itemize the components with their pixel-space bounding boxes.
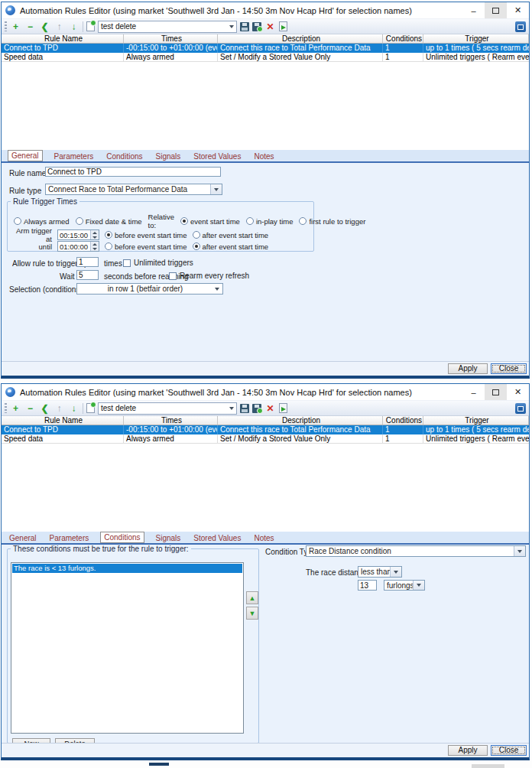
delete-ruleset-icon[interactable]: ✕: [264, 21, 276, 32]
trigger-count-input[interactable]: [76, 257, 99, 267]
radio-after-event-2[interactable]: after event start time: [193, 242, 269, 251]
branch-icon[interactable]: ❮: [39, 21, 50, 32]
tab-signals[interactable]: Signals: [154, 151, 183, 161]
move-condition-down-button[interactable]: ▼: [246, 607, 258, 620]
tab-stored-values[interactable]: Stored Values: [192, 533, 242, 543]
column-header[interactable]: Conditions: [383, 34, 423, 43]
condition-list-item[interactable]: The race is < 13 furlongs.: [12, 564, 242, 573]
remove-rule-icon[interactable]: −: [24, 402, 36, 414]
column-header[interactable]: Conditions: [383, 416, 423, 425]
rules-table: Rule Name Times Description Conditions T…: [2, 34, 529, 62]
export-icon[interactable]: [279, 21, 287, 31]
toolbar-overflow-button[interactable]: [515, 403, 526, 414]
unlimited-triggers-checkbox[interactable]: Unlimited triggers: [123, 259, 193, 267]
tab-parameters[interactable]: Parameters: [48, 533, 91, 543]
delete-ruleset-icon[interactable]: ✕: [264, 402, 276, 414]
column-header[interactable]: Times: [124, 34, 218, 43]
ruleset-combobox[interactable]: test delete: [98, 21, 237, 33]
spinner-arrows-icon[interactable]: [90, 242, 99, 251]
conditions-listbox[interactable]: The race is < 13 furlongs.: [11, 562, 244, 734]
selection-select[interactable]: in row 1 (betfair order): [76, 283, 223, 295]
until-time-spinner[interactable]: 01:00:00: [57, 241, 99, 252]
radio-in-play-time[interactable]: in-play time: [246, 217, 294, 226]
titlebar[interactable]: Automation Rules Editor (using market 'S…: [2, 384, 529, 400]
table-header-row: Rule Name Times Description Conditions T…: [2, 34, 529, 44]
add-rule-icon[interactable]: +: [10, 21, 21, 32]
minimize-button[interactable]: –: [462, 384, 485, 400]
rule-type-select[interactable]: Connect Race to Total Performance Data: [45, 184, 222, 195]
table-row[interactable]: Speed data Always armed Set / Modify a S…: [2, 434, 529, 444]
tab-notes[interactable]: Notes: [252, 533, 275, 543]
apply-button[interactable]: Apply: [448, 745, 488, 756]
ruleset-combobox[interactable]: test delete: [98, 402, 237, 415]
toolbar-grip[interactable]: [5, 21, 7, 31]
wait-seconds-input[interactable]: [76, 270, 99, 280]
tab-stored-values[interactable]: Stored Values: [192, 151, 242, 161]
rule-name-input[interactable]: [45, 167, 221, 177]
distance-unit-select[interactable]: furlongs: [384, 580, 425, 591]
radio-event-start-time[interactable]: event start time: [180, 217, 240, 226]
column-header[interactable]: Rule Name: [2, 416, 124, 425]
arm-time-spinner[interactable]: 00:15:00: [57, 229, 99, 240]
table-row[interactable]: Connect to TPD -00:15:00 to +01:00:00 (e…: [2, 44, 529, 53]
save-as-icon[interactable]: [252, 404, 261, 413]
radio-first-rule[interactable]: first rule to trigger: [299, 217, 365, 226]
close-icon: ✕: [514, 5, 521, 15]
condition-type-select[interactable]: Race Distance condition: [306, 545, 526, 557]
table-header-row: Rule Name Times Description Conditions T…: [2, 416, 529, 425]
toolbar-overflow-button[interactable]: [515, 21, 526, 32]
column-header[interactable]: Trigger: [423, 34, 529, 43]
tab-parameters[interactable]: Parameters: [53, 151, 96, 161]
close-button[interactable]: Close: [491, 745, 527, 756]
save-icon[interactable]: [240, 22, 249, 31]
column-header[interactable]: Rule Name: [2, 34, 124, 43]
apply-button[interactable]: Apply: [448, 363, 488, 374]
move-down-icon[interactable]: ↓: [68, 21, 79, 32]
new-file-icon[interactable]: [86, 403, 95, 413]
app-icon: [5, 387, 15, 397]
column-header[interactable]: Trigger: [423, 416, 529, 425]
close-button[interactable]: ✕: [507, 2, 529, 18]
tab-bar: General Parameters Conditions Signals St…: [2, 532, 529, 543]
add-rule-icon[interactable]: +: [10, 402, 21, 414]
radio-before-event-2[interactable]: before event start time: [105, 242, 187, 251]
radio-always-armed[interactable]: Always armed: [14, 217, 70, 226]
table-row[interactable]: Speed data Always armed Set / Modify a S…: [2, 53, 529, 62]
tab-general[interactable]: General: [8, 150, 43, 161]
tab-general[interactable]: General: [8, 533, 38, 543]
distance-value-input[interactable]: [358, 580, 377, 591]
radio-fixed-date-time[interactable]: Fixed date & time: [76, 217, 142, 226]
tab-notes[interactable]: Notes: [252, 151, 275, 161]
close-button[interactable]: Close: [491, 363, 527, 374]
table-row[interactable]: Connect to TPD -00:15:00 to +01:00:00 (e…: [2, 425, 529, 434]
tab-signals[interactable]: Signals: [154, 533, 183, 543]
radio-before-event-1[interactable]: before event start time: [105, 231, 187, 239]
radio-after-event-1[interactable]: after event start time: [193, 231, 269, 239]
close-button[interactable]: ✕: [507, 384, 529, 400]
minimize-button[interactable]: –: [462, 2, 485, 18]
column-header[interactable]: Description: [218, 416, 383, 425]
save-as-icon[interactable]: [252, 22, 261, 31]
column-header[interactable]: Times: [124, 416, 218, 425]
tab-conditions[interactable]: Conditions: [100, 532, 144, 543]
branch-icon[interactable]: ❮: [39, 402, 50, 414]
tab-conditions[interactable]: Conditions: [105, 151, 144, 161]
move-up-icon[interactable]: ↑: [54, 21, 65, 32]
toolbar-grip[interactable]: [5, 403, 7, 413]
maximize-button[interactable]: [485, 2, 507, 18]
comparator-select[interactable]: less than: [358, 566, 402, 578]
rearm-refresh-checkbox[interactable]: Rearm every refresh: [169, 272, 249, 280]
move-condition-up-button[interactable]: ▲: [246, 591, 258, 604]
new-file-icon[interactable]: [86, 21, 95, 31]
titlebar[interactable]: Automation Rules Editor (using market 'S…: [2, 2, 529, 18]
move-up-icon[interactable]: ↑: [54, 402, 65, 414]
move-down-icon[interactable]: ↓: [68, 402, 79, 414]
rule-trigger-times-group: Rule Trigger Times Always armed Fixed da…: [7, 197, 314, 252]
column-header[interactable]: Description: [218, 34, 383, 43]
save-icon[interactable]: [240, 404, 249, 413]
remove-rule-icon[interactable]: −: [24, 21, 36, 32]
window-title: Automation Rules Editor (using market 'S…: [15, 6, 462, 15]
maximize-button[interactable]: [485, 384, 507, 400]
export-icon[interactable]: [279, 403, 287, 413]
spinner-arrows-icon[interactable]: [90, 230, 99, 239]
